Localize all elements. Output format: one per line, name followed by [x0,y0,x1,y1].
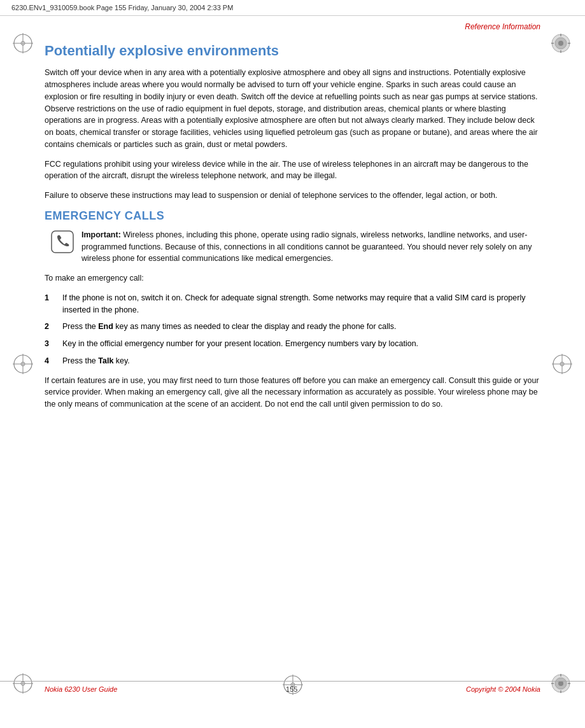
main-heading: Potentially explosive environments [45,43,540,59]
list-content-2: Press the End key as many times as neede… [62,321,540,333]
important-text: Important: Wireless phones, including th… [81,229,540,265]
top-bar-text: 6230.ENv1_9310059.book Page 155 Friday, … [11,4,233,11]
list-item: 3 Key in the official emergency number f… [45,338,540,350]
list-content-4: Press the Talk key. [62,355,540,367]
important-body: Wireless phones, including this phone, o… [81,230,532,263]
list-num-3: 3 [45,338,62,350]
list-item: 1 If the phone is not on, switch it on. … [45,292,540,316]
corner-decoration-tl [11,32,36,56]
to-make-call: To make an emergency call: [45,272,540,284]
list-content-3: Key in the official emergency number for… [62,338,540,350]
important-box: Important: Wireless phones, including th… [51,229,540,265]
paragraph-2: FCC regulations prohibit using your wire… [45,158,540,183]
paragraph-1: Switch off your device when in any area … [45,67,540,150]
important-icon [51,230,74,253]
footer-left: Nokia 6230 User Guide [45,685,117,693]
footer-right: Copyright © 2004 Nokia [466,685,540,693]
list-item: 4 Press the Talk key. [45,355,540,367]
top-bar: 6230.ENv1_9310059.book Page 155 Friday, … [0,0,585,16]
paragraph-3: Failure to observe these instructions ma… [45,190,540,202]
important-label: Important: [81,230,121,239]
footer: Nokia 6230 User Guide 155 Copyright © 20… [0,681,585,693]
emergency-heading: EMERGENCY CALLS [45,209,540,223]
list-item: 2 Press the End key as many times as nee… [45,321,540,333]
section-header: Reference Information [45,22,540,31]
content-area: Reference Information Potentially explos… [45,16,540,410]
numbered-list: 1 If the phone is not on, switch it on. … [45,292,540,367]
footer-center: 155 [286,685,297,693]
corner-decoration-tr [549,32,574,56]
list-num-2: 2 [45,321,62,333]
svg-rect-34 [52,231,73,253]
list-num-4: 4 [45,355,62,367]
corner-decoration-mr [551,353,574,375]
list-num-1: 1 [45,292,62,304]
page: 6230.ENv1_9310059.book Page 155 Friday, … [0,0,585,728]
corner-decoration-ml [11,353,34,375]
list-content-1: If the phone is not on, switch it on. Ch… [62,292,540,316]
closing-paragraph: If certain features are in use, you may … [45,375,540,410]
svg-point-6 [558,41,563,46]
